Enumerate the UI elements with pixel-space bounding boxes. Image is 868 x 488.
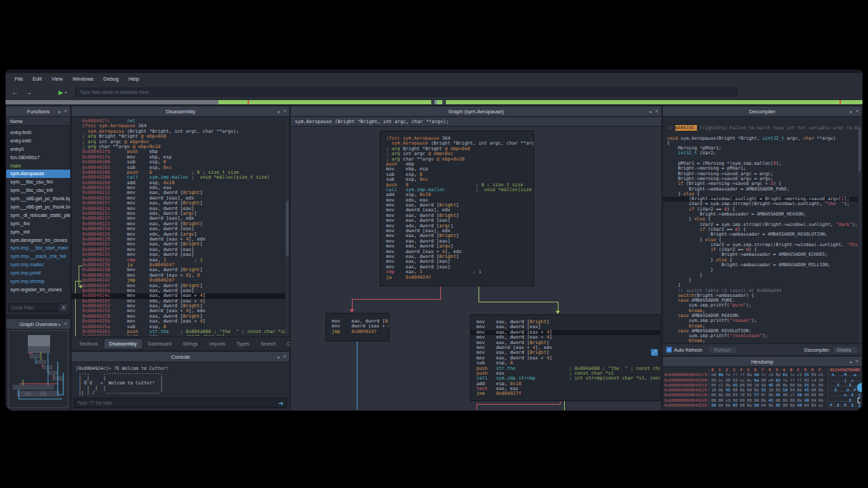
back-icon[interactable]: ← xyxy=(12,88,19,96)
chevron-down-icon[interactable]: ▾ xyxy=(65,90,67,95)
function-list-item[interactable]: sym.Aeropause xyxy=(6,170,70,178)
auto-refresh-checkbox[interactable]: ✓ xyxy=(666,347,672,352)
graph-overview-header[interactable]: Graph Overview ● ✕ xyxy=(6,319,70,330)
debug-start-icon[interactable]: ▶ xyxy=(58,89,63,96)
seekbar-section-gap xyxy=(431,100,435,104)
close-icon[interactable]: ✕ xyxy=(655,108,659,114)
function-list-item[interactable]: sym.register_tm_clones xyxy=(6,286,70,294)
tab-disassembly[interactable]: Disassembly xyxy=(104,339,142,348)
menu-item-file[interactable]: File xyxy=(10,76,28,82)
view-tab-bar: SectionsDisassemblyDashboardStringsImpor… xyxy=(72,336,289,350)
graph-node-false-branch[interactable]: mov eax, dword [Bright]mov dword [eax + … xyxy=(326,313,389,341)
tab-types[interactable]: Types xyxy=(232,339,255,348)
dock-icon[interactable]: ● xyxy=(650,109,652,114)
hexdump-row[interactable]: 0x000000000804924000 00 e9 90 00 00 00 8… xyxy=(664,398,860,403)
scrollbar[interactable] xyxy=(858,118,861,343)
decompiled-source[interactable]: // WARNING: [r2ghidra] Failed to match t… xyxy=(663,117,858,343)
decompiler-engine-select[interactable]: Ghidra ˇ xyxy=(833,346,858,354)
tab-sections[interactable]: Sections xyxy=(74,339,103,348)
hexdump-row[interactable]: 0x000000000804925050 04 8b 45 08 8b 50 0… xyxy=(664,403,860,408)
functions-panel-header[interactable]: Functions ● ✕ xyxy=(6,106,70,117)
seek-address-input[interactable] xyxy=(75,88,737,97)
filter-clear-button[interactable]: X xyxy=(59,303,68,312)
disassembly-listing[interactable]: 0x080491fc ret(fcn) sym.Aeropause 364 sy… xyxy=(72,117,285,336)
code-line: jne 0x804927f xyxy=(471,391,660,396)
dock-icon[interactable]: ● xyxy=(850,359,853,364)
close-icon[interactable]: ✕ xyxy=(283,354,287,359)
menu-item-debug[interactable]: Debug xyxy=(99,76,124,82)
console-panel-header[interactable]: Console ● ✕ xyxy=(72,352,289,362)
function-list-item[interactable]: sym.imp.strcmp xyxy=(6,277,70,286)
function-list-item[interactable]: entry.init0 xyxy=(6,137,70,145)
function-list-item[interactable]: sym.__x86.get_pc_thunk.bp xyxy=(6,195,70,203)
function-list-item[interactable]: sym._dl_relocate_static_pie xyxy=(6,211,70,220)
graph-overview-minimap[interactable] xyxy=(8,330,68,408)
graph-node-true-branch[interactable]: mov eax, dword [Bright]mov eax, dword [e… xyxy=(470,314,661,401)
scrollbar-handle[interactable] xyxy=(286,201,289,257)
dock-icon[interactable]: ● xyxy=(278,109,280,114)
close-icon[interactable]: ✕ xyxy=(64,321,67,327)
menu-bar: FileEditViewWindowsDebugHelp xyxy=(6,73,862,85)
disassembly-panel-header[interactable]: Disassembly ● ✕ xyxy=(72,106,289,117)
menu-item-view[interactable]: View xyxy=(47,76,67,82)
graph-canvas[interactable]: (fcn) sym.Aeropause 364 sym.Aeropause (B… xyxy=(291,127,661,410)
function-list-item[interactable]: fcn.080490c7 xyxy=(6,154,70,162)
dock-icon[interactable]: ● xyxy=(850,109,853,114)
hexdump-grid[interactable]: 0 1 2 3 4 5 6 7 8 9 A B C D E F 01234567… xyxy=(664,368,860,409)
function-list-item[interactable]: sym.__libc_csu_fini xyxy=(6,178,70,186)
function-list-item[interactable]: sym.imp.__libc_start_main xyxy=(6,244,70,252)
function-list-item[interactable]: sym.deregister_tm_clones xyxy=(6,236,70,245)
graph-edge-false xyxy=(352,299,353,309)
console-send-icon[interactable]: ➜ xyxy=(275,400,287,407)
menu-item-edit[interactable]: Edit xyxy=(28,76,47,82)
code-line: } xyxy=(663,273,858,278)
graph-panel-header[interactable]: Graph (sym.Aeropause) ● ✕ xyxy=(291,106,661,117)
function-list-item[interactable]: sym.__x86.get_pc_thunk.bx xyxy=(6,203,70,211)
hexdump-row[interactable]: 0x000000000804920083 ec 08 83 ec 0c 6a 0… xyxy=(664,378,860,383)
dock-icon[interactable]: ● xyxy=(58,109,61,114)
function-list-item[interactable]: sym.imp.malloc xyxy=(6,261,70,269)
function-list-item[interactable]: entry0 xyxy=(6,145,70,154)
tab-imports[interactable]: Imports xyxy=(204,339,230,348)
function-list-item[interactable]: sym._init xyxy=(6,228,70,236)
console-command-input[interactable] xyxy=(74,400,275,405)
refresh-button[interactable]: Refresh xyxy=(708,346,738,354)
function-list-item[interactable]: sym.__libc_csu_init xyxy=(6,186,70,195)
graph-edge-false xyxy=(440,286,441,299)
quick-filter-input[interactable] xyxy=(8,303,58,312)
tab-search[interactable]: Search xyxy=(256,339,281,348)
hexdump-row[interactable]: 0x000000000804923000 8b 00 83 f8 01 77 0… xyxy=(664,393,860,398)
graph-seek-sync-icon[interactable]: ⤢ xyxy=(651,349,658,356)
hexdump-row[interactable]: 0x000000000804921089 c2 8b 45 08 89 10 8… xyxy=(664,383,860,388)
seek-bar[interactable] xyxy=(6,99,862,105)
graph-node-entry[interactable]: (fcn) sym.Aeropause 364 sym.Aeropause (B… xyxy=(380,131,534,286)
forward-icon[interactable]: → xyxy=(25,88,32,96)
close-icon[interactable]: ✕ xyxy=(855,359,859,364)
auto-refresh-label: Auto Refresh xyxy=(674,348,702,352)
function-list-item[interactable]: sym.imp.__stack_chk_fail xyxy=(6,252,70,261)
functions-column-header[interactable]: Name ˇ xyxy=(6,117,70,126)
function-list-item[interactable]: main xyxy=(6,162,70,170)
function-list-item[interactable]: sym.imp.printf xyxy=(6,269,70,277)
function-list-item[interactable]: entry.fini0 xyxy=(6,129,70,137)
close-icon[interactable]: ✕ xyxy=(855,108,859,114)
scrollbar[interactable] xyxy=(286,118,289,335)
tab-dashboard[interactable]: Dashboard xyxy=(143,339,177,348)
menu-item-windows[interactable]: Windows xyxy=(67,76,98,82)
menu-item-help[interactable]: Help xyxy=(124,76,144,82)
function-list-item[interactable]: sym._fini xyxy=(6,220,70,228)
dock-icon[interactable]: ● xyxy=(58,322,61,327)
scrollbar-handle[interactable] xyxy=(858,127,861,172)
graph-overview-panel: Graph Overview ● ✕ xyxy=(6,318,71,411)
hexdump-scroll-indicator[interactable] xyxy=(857,383,862,392)
hexdump-panel-header[interactable]: Hexdump ● ✕ xyxy=(663,357,862,367)
decompiler-panel-header[interactable]: Decompiler ● ✕ xyxy=(663,106,862,117)
hexdump-row[interactable]: 0x000000000804922010 8b 45 08 8b 00 8b 5… xyxy=(664,388,860,393)
dock-icon[interactable]: ● xyxy=(278,355,280,359)
graph-edge-true xyxy=(479,302,558,302)
tab-strings[interactable]: Strings xyxy=(178,339,203,348)
close-icon[interactable]: ✕ xyxy=(64,108,67,114)
close-icon[interactable]: ✕ xyxy=(283,108,287,114)
hexdump-row[interactable]: 0x00000000080491f0e8 6b fe ff ff 8b 4d f… xyxy=(664,373,860,377)
code-line: } xyxy=(663,278,858,283)
